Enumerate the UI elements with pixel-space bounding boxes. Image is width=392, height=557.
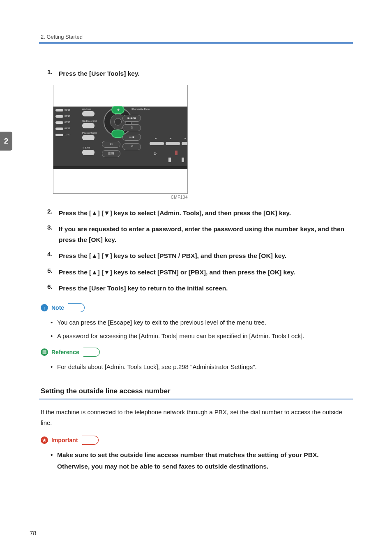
chevron-down-icon: ⌄ (183, 135, 187, 140)
step-2: 2. Press the [▲] [▼] keys to select [Adm… (47, 208, 353, 218)
pause-button (82, 135, 95, 140)
key-label: 08/18 (65, 121, 69, 124)
important-list: Make sure to set the outside line access… (39, 449, 353, 472)
callout-tail (83, 348, 100, 357)
step-5: 5. Press the [▲] [▼] keys to select [PST… (47, 267, 353, 278)
quality-button: ▥/▤ (102, 150, 120, 157)
reference-list: For details about [Admin. Tools Lock], s… (39, 361, 353, 372)
label-pause: Pause/Redial (82, 132, 103, 134)
callout-tail (68, 303, 85, 312)
step-number: 2. (47, 208, 55, 218)
step-6: 6. Press the [User Tools] key to return … (47, 283, 353, 294)
key-label: 07/17 (65, 115, 69, 118)
density-button: ◐ (102, 141, 120, 148)
callout-tail (82, 436, 99, 445)
key-label: 10/20 (65, 134, 69, 136)
page-number: 78 (30, 529, 37, 536)
label-onhook: On Hook Dial (82, 120, 103, 122)
important-icon: ★ (41, 436, 48, 444)
lamp-icon (182, 158, 184, 162)
step-4: 4. Press the [▲] [▼] keys to select [PST… (47, 251, 353, 261)
soft-key (150, 142, 164, 145)
figure-caption: CMF134 (53, 195, 188, 200)
step-number: 6. (47, 283, 55, 294)
header-rule (39, 42, 353, 44)
step-text: Press the [User Tools] key to return to … (59, 283, 353, 294)
step-number: 1. (47, 68, 55, 79)
step-text: Press the [▲] [▼] keys to select [PSTN] … (59, 267, 353, 278)
chapter-tab: 2 (0, 132, 12, 151)
reference-icon: ▤ (41, 348, 48, 356)
step-text: If you are requested to enter a password… (59, 224, 353, 245)
step-text: Press the [User Tools] key. (59, 68, 353, 79)
note-label: Note (50, 304, 69, 312)
step-text: Press the [▲] [▼] keys to select [Admin.… (59, 208, 353, 218)
procedure-list-cont: 2. Press the [▲] [▼] keys to select [Adm… (39, 208, 353, 294)
alert-lamp-icon (175, 151, 178, 155)
onhook-button (82, 123, 95, 128)
subheading: Setting the outside line access number (41, 387, 353, 395)
note-callout: ↓ Note (41, 303, 85, 313)
note-list: You can press the [Escape] key to exit t… (39, 317, 353, 341)
copies-button: ▯ (122, 124, 141, 131)
lamp-icon (168, 158, 171, 162)
soft-key (182, 142, 188, 145)
step-text: Press the [▲] [▼] keys to select [PSTN /… (59, 251, 353, 261)
step-number: 3. (47, 224, 55, 245)
panel-base (53, 166, 187, 169)
figure-panel: 06/16 07/17 08/18 09/19 10/20 Address On… (53, 85, 188, 194)
label-address: Address (82, 108, 103, 110)
address-button (82, 111, 95, 116)
important-callout: ★ Important (41, 435, 99, 445)
idcard-button: ▭▣ (122, 134, 141, 141)
soft-key (166, 142, 180, 145)
shift-button (82, 150, 95, 155)
func-button: ▣/◉/▣ (122, 115, 141, 122)
key-label: 06/16 (65, 109, 69, 111)
note-item: You can press the [Escape] key to exit t… (51, 317, 353, 328)
diamond-icon: ◆ (117, 108, 120, 111)
reference-callout: ▤ Reference (41, 347, 100, 357)
note-item: A password for accessing the [Admin. Too… (51, 330, 353, 341)
step-number: 4. (47, 251, 55, 261)
left-key-column: 06/16 07/17 08/18 09/19 10/20 (55, 109, 81, 140)
figure: 06/16 07/17 08/18 09/19 10/20 Address On… (53, 85, 188, 200)
reference-label: Reference (50, 348, 84, 356)
step-number: 5. (47, 267, 55, 278)
label-column: Address On Hook Dial Pause/Redial ⇧ Shif… (82, 108, 103, 158)
step-3: 3. If you are requested to enter a passw… (47, 224, 353, 245)
gear-icon: ⚙ (153, 151, 157, 156)
label-shift: ⇧ Shift (82, 146, 103, 149)
running-head: 2. Getting Started (41, 34, 353, 40)
important-item: Make sure to set the outside line access… (51, 449, 353, 472)
page: 2 2. Getting Started 1. Press the [User … (0, 0, 392, 557)
key-label: 09/19 (65, 128, 69, 130)
procedure-list: 1. Press the [User Tools] key. (39, 68, 353, 79)
subheading-rule (39, 399, 353, 400)
chevron-down-icon: ⌄ (168, 135, 173, 140)
escape-button: ⟲ (122, 143, 141, 150)
step-1: 1. Press the [User Tools] key. (47, 68, 353, 79)
right-panel: ⌄ ⌄ ⌄ ⚙ (147, 109, 187, 162)
chevron-down-icon: ⌄ (154, 135, 158, 140)
note-icon: ↓ (41, 304, 48, 311)
reference-item: For details about [Admin. Tools Lock], s… (51, 361, 353, 372)
button-column-2: ▣/◉/▣ ▯ ▭▣ ⟲ (122, 115, 148, 153)
important-label: Important (50, 436, 83, 444)
body-paragraph: If the machine is connected to the telep… (41, 407, 351, 428)
